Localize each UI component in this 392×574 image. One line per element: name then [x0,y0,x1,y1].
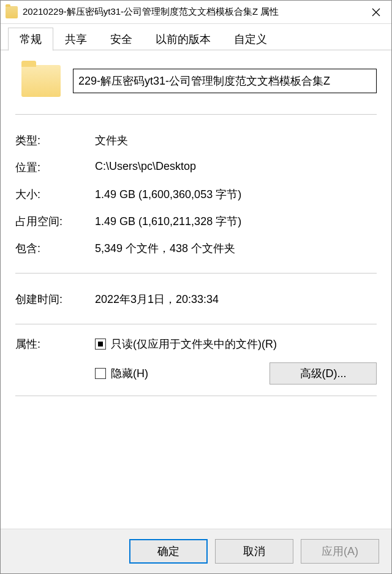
location-value: C:\Users\pc\Desktop [95,160,377,175]
type-value: 文件夹 [95,133,377,148]
created-value: 2022年3月1日，20:33:34 [95,292,377,307]
size-value: 1.49 GB (1,600,360,053 字节) [95,187,377,202]
readonly-label: 只读(仅应用于文件夹中的文件)(R) [111,337,277,351]
folder-name-input[interactable] [73,69,377,93]
contains-label: 包含: [15,241,95,256]
button-bar: 确定 取消 应用(A) [1,529,391,573]
tab-sharing[interactable]: 共享 [53,28,99,50]
divider [15,396,377,396]
tab-security[interactable]: 安全 [99,28,144,50]
folder-icon [6,6,18,18]
ok-button[interactable]: 确定 [129,539,208,564]
advanced-button[interactable]: 高级(D)... [270,362,377,385]
titlebar: 20210229-解压密码yt31-公司管理制度范文文档模板合集Z 属性 [1,1,391,24]
size-on-disk-label: 占用空间: [15,214,95,229]
divider [15,324,377,324]
header-row [15,65,377,112]
divider [15,273,377,274]
close-button[interactable] [361,1,391,24]
close-icon [372,8,380,17]
tab-customize[interactable]: 自定义 [222,28,279,50]
content-panel: 类型: 文件夹 位置: C:\Users\pc\Desktop 大小: 1.49… [1,50,391,529]
divider [15,114,377,115]
size-on-disk-value: 1.49 GB (1,610,211,328 字节) [95,214,377,229]
type-label: 类型: [15,133,95,148]
contains-value: 5,349 个文件，438 个文件夹 [95,241,377,256]
tab-general[interactable]: 常规 [8,28,53,51]
tab-bar: 常规 共享 安全 以前的版本 自定义 [1,24,391,50]
attributes-label: 属性: [15,337,95,385]
created-label: 创建时间: [15,292,95,307]
tab-previous-versions[interactable]: 以前的版本 [144,28,222,50]
hidden-label: 隐藏(H) [111,366,148,381]
readonly-checkbox[interactable] [95,339,106,350]
window-title: 20210229-解压密码yt31-公司管理制度范文文档模板合集Z 属性 [23,6,361,18]
size-label: 大小: [15,187,95,202]
hidden-checkbox[interactable] [95,368,106,379]
cancel-button[interactable]: 取消 [215,539,293,564]
apply-button[interactable]: 应用(A) [301,539,379,564]
location-label: 位置: [15,160,95,175]
folder-icon-large [21,65,61,97]
